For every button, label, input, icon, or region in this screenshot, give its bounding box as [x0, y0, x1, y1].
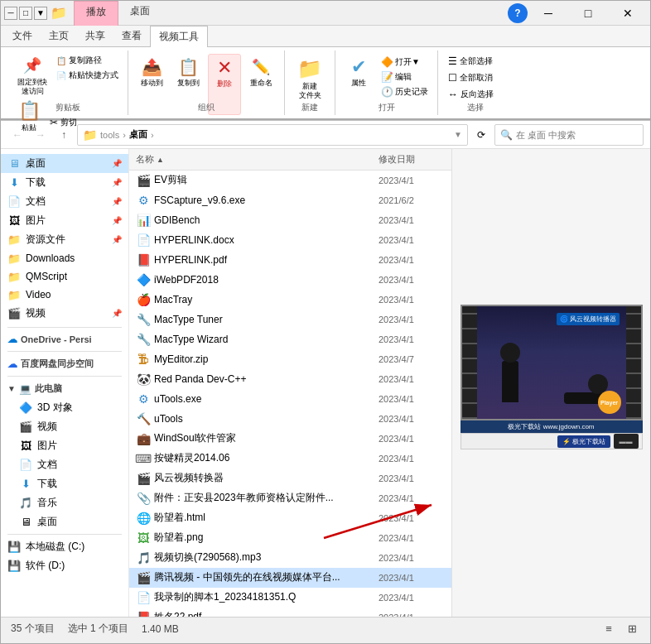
table-row[interactable]: 🔧 MacType Wizard 2023/4/1 — [129, 329, 451, 349]
desktop-pc-icon: 🖥 — [19, 516, 32, 529]
table-row[interactable]: 💼 WindSoul软件管家 2023/4/1 — [129, 429, 451, 449]
sidebar-item-docs[interactable]: 📄 文档 📌 — [1, 192, 128, 211]
sidebar-thispc[interactable]: ▼ 💻 此电脑 — [1, 379, 128, 398]
pin-to-quickaccess-button[interactable]: 📌 固定到快速访问 — [14, 52, 51, 98]
copy-path-button[interactable]: 📋复制路径 — [54, 54, 121, 67]
deselect-all-button[interactable]: ☐ 全部取消 — [445, 70, 506, 85]
tab-play[interactable]: 播放 — [74, 1, 118, 26]
table-row[interactable]: 🌐 盼望着.html 2023/4/1 — [129, 508, 451, 528]
sidebar-item-music[interactable]: 🎵 音乐 — [1, 493, 128, 512]
sidebar-item-video-folder[interactable]: 📁 Video — [1, 286, 128, 304]
table-row[interactable]: 🔨 uTools 2023/4/1 — [129, 409, 451, 429]
table-row[interactable]: 🍎 MacTray 2023/4/1 — [129, 290, 451, 310]
title-btn-1[interactable]: ─ — [4, 7, 17, 20]
invert-selection-button[interactable]: ↔ 反向选择 — [445, 87, 506, 102]
table-row[interactable]: 🖼 盼望着.png 2023/4/1 — [129, 528, 451, 548]
address-dropdown[interactable]: ▼ — [454, 130, 462, 139]
file-date: 2023/4/1 — [379, 533, 445, 543]
ribbon-tab-home[interactable]: 主页 — [41, 26, 77, 46]
title-btn-3[interactable]: ▼ — [34, 7, 47, 20]
sidebar-item-video[interactable]: 🎬 视频 📌 — [1, 304, 128, 323]
file-date: 2023/4/1 — [379, 215, 445, 225]
sidebar-item-pictures-pc[interactable]: 🖼 图片 — [1, 436, 128, 455]
file-date: 2023/4/1 — [379, 513, 445, 523]
file-icon: 🐼 — [136, 372, 151, 387]
table-row[interactable]: 🎬 EV剪辑 2023/4/1 — [129, 171, 451, 190]
folder-icon: 📁 — [51, 5, 67, 21]
sidebar-item-drive-c[interactable]: 💾 本地磁盘 (C:) — [1, 537, 128, 556]
history-button[interactable]: 🕐 历史记录 — [379, 85, 431, 99]
table-row[interactable]: 🐼 Red Panda Dev-C++ 2023/4/1 — [129, 369, 451, 389]
sidebar-item-desktop[interactable]: 🖥 桌面 📌 — [1, 154, 128, 173]
select-all-button[interactable]: ☰ 全部选择 — [445, 54, 506, 69]
table-row[interactable]: 🎬 风云视频转换器 2023/4/1 — [129, 469, 451, 488]
search-input[interactable] — [516, 130, 638, 140]
ribbon-tab-video[interactable]: 视频工具 — [150, 26, 208, 47]
table-row[interactable]: ⌨ 按键精灵2014.06 2023/4/1 — [129, 449, 451, 469]
col-date-header[interactable]: 修改日期 — [379, 153, 445, 166]
sidebar-item-qmscript[interactable]: 📁 QMScript — [1, 267, 128, 286]
table-row[interactable]: 📕 姓名22.pdf 2023/4/1 — [129, 608, 451, 617]
rename-button[interactable]: ✏️ 重命名 — [244, 54, 277, 115]
sidebar-item-resources[interactable]: 📁 资源文件 📌 — [1, 230, 128, 249]
detail-view-button[interactable]: ≡ — [600, 621, 617, 637]
paste-shortcut-button[interactable]: 📄粘贴快捷方式 — [54, 69, 121, 82]
docs-pc-icon: 📄 — [19, 459, 32, 472]
table-row[interactable]: 🎬 腾讯视频 - 中国领先的在线视频媒体平台... 2023/4/1 — [129, 568, 451, 588]
paste-button[interactable]: 📋 粘贴 — [14, 98, 44, 135]
tab-desktop[interactable]: 桌面 — [118, 1, 162, 26]
table-row[interactable]: ⚙ uTools.exe 2023/4/1 — [129, 389, 451, 409]
sidebar-item-3dobjects[interactable]: 🔷 3D 对象 — [1, 398, 128, 417]
table-row[interactable]: 📎 附件：正安县2023年教师资格认定附件... 2023/4/1 — [129, 488, 451, 508]
sidebar-item-drive-d[interactable]: 💾 软件 (D:) — [1, 556, 128, 575]
table-row[interactable]: ⚙ FSCapture_v9.6.exe 2021/6/2 — [129, 190, 451, 210]
table-row[interactable]: 📕 HYPERLINK.pdf 2023/4/1 — [129, 250, 451, 270]
move-to-button[interactable]: 📤 移动到 — [135, 54, 168, 115]
table-row[interactable]: 🎵 视频切换(7290568).mp3 2023/4/1 — [129, 548, 451, 568]
sidebar-item-docs-pc[interactable]: 📄 文档 — [1, 455, 128, 474]
sidebar-item-videos-pc[interactable]: 🎬 视频 — [1, 417, 128, 436]
table-row[interactable]: 📄 HYPERLINK.docx 2023/4/1 — [129, 230, 451, 250]
file-icon: 📕 — [136, 610, 151, 618]
grid-view-button[interactable]: ⊞ — [624, 621, 640, 637]
sidebar-onedrive[interactable]: ☁ OneDrive - Persi — [1, 330, 128, 348]
edit-button[interactable]: 📝 编辑 — [379, 70, 431, 84]
properties-button[interactable]: ✔ 属性 — [342, 54, 375, 115]
title-btn-2[interactable]: □ — [19, 7, 32, 20]
table-row[interactable]: 🔷 iWebPDF2018 2023/4/1 — [129, 270, 451, 290]
title-bar: ─ □ ▼ 📁 播放 桌面 ? ─ □ ✕ — [1, 1, 650, 26]
file-icon: 🎬 — [136, 173, 151, 188]
table-row[interactable]: 📊 GDIBench 2023/4/1 — [129, 210, 451, 230]
refresh-button[interactable]: ⟳ — [471, 125, 491, 145]
video-logo-overlay: 🌀 风云视频转播器 — [557, 313, 620, 325]
close-button[interactable]: ✕ — [609, 1, 647, 26]
file-date: 2023/4/1 — [379, 553, 445, 563]
ribbon-tab-view[interactable]: 查看 — [113, 26, 150, 46]
table-row[interactable]: 🗜 MyEditor.zip 2023/4/7 — [129, 349, 451, 369]
file-icon: 🍎 — [136, 292, 151, 307]
pin-indicator-5: 📌 — [112, 235, 122, 244]
search-bar[interactable]: 🔍 — [494, 124, 644, 146]
open-button[interactable]: 🔶 打开▼ — [379, 55, 431, 69]
sidebar-item-downloads[interactable]: ⬇ 下载 📌 — [1, 173, 128, 192]
sidebar-item-downloads-folder[interactable]: 📁 Downloads — [1, 249, 128, 267]
table-row[interactable]: 🔧 MacType Tuner 2023/4/1 — [129, 310, 451, 329]
sidebar-item-desktop-pc[interactable]: 🖥 桌面 — [1, 512, 128, 531]
cut-button[interactable]: ✂剪切 — [47, 111, 80, 135]
file-name: GDIBench — [154, 214, 379, 226]
address-bar[interactable]: 📁 tools › 桌面 › ▼ — [77, 124, 468, 146]
minimize-button[interactable]: ─ — [529, 1, 567, 26]
file-date: 2023/4/1 — [379, 454, 445, 464]
ribbon-tab-share[interactable]: 共享 — [77, 26, 113, 46]
ribbon-tab-file[interactable]: 文件 — [4, 26, 41, 46]
help-button[interactable]: ? — [508, 3, 528, 23]
table-row[interactable]: 📄 我录制的脚本1_20234181351.Q 2023/4/1 — [129, 588, 451, 608]
col-name-header[interactable]: 名称 ▲ — [136, 153, 379, 166]
player-button[interactable]: Player — [598, 391, 621, 414]
sidebar-baidu[interactable]: ☁ 百度网盘同步空间 — [1, 354, 128, 373]
sidebar-item-pictures[interactable]: 🖼 图片 📌 — [1, 211, 128, 230]
maximize-button[interactable]: □ — [569, 1, 607, 26]
sidebar-item-downloads-pc[interactable]: ⬇ 下载 — [1, 474, 128, 493]
file-date: 2023/4/1 — [379, 414, 445, 424]
file-icon: 🖼 — [136, 531, 151, 545]
